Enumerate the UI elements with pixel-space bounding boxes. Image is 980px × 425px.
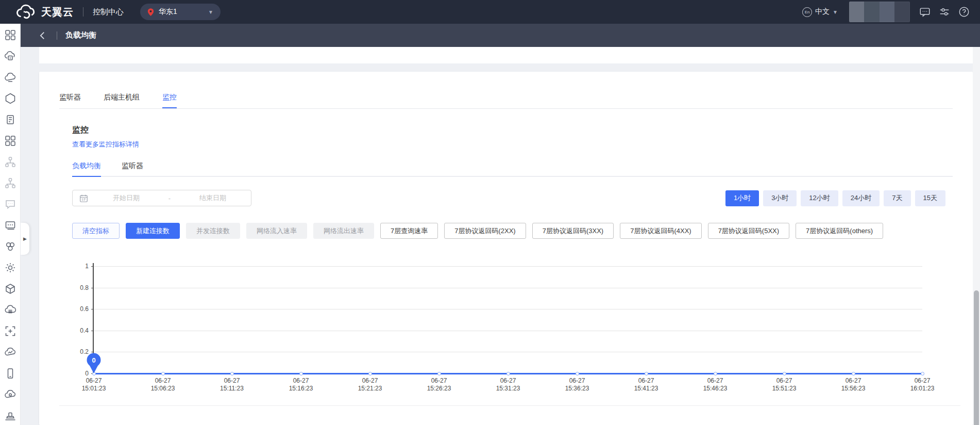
settings-gear-icon[interactable] [4, 261, 16, 274]
subtab-监听器[interactable]: 监听器 [122, 156, 143, 177]
dashboard-icon[interactable] [4, 29, 16, 41]
subheader: 负载均衡 [21, 24, 980, 47]
brand[interactable]: 天翼云 [15, 4, 74, 20]
sidebar-collapse-handle[interactable]: ▶ [21, 223, 29, 255]
cloud-monitor-icon[interactable] [4, 346, 16, 358]
monitor-section-title: 监控 [72, 125, 89, 136]
back-arrow-icon[interactable] [37, 30, 48, 41]
end-date-placeholder: 结束日期 [175, 193, 251, 203]
monitor-subtabs: 负载均衡监听器 [72, 156, 953, 177]
metric-网络流出速率: 网络流出速率 [313, 223, 374, 239]
cube-icon[interactable] [4, 283, 16, 295]
subtab-负载均衡[interactable]: 负载均衡 [72, 156, 101, 177]
language-label: 中文 [815, 7, 830, 17]
time-range-3小时[interactable]: 3小时 [763, 190, 797, 206]
detail-tabs: 监听器后端主机组监控 [59, 87, 953, 109]
hex-cluster-icon[interactable] [4, 240, 16, 253]
chevron-down-icon: ▼ [833, 9, 838, 15]
time-range-12小时[interactable]: 12小时 [801, 190, 838, 206]
metric-网络流入速率: 网络流入速率 [246, 223, 307, 239]
region-selector[interactable]: 华东1 ▼ [140, 4, 221, 20]
time-range-7天[interactable]: 7天 [884, 190, 910, 206]
brand-name: 天翼云 [41, 5, 74, 19]
user-avatar-redacted[interactable] [849, 2, 910, 22]
metric-清空指标[interactable]: 清空指标 [72, 223, 120, 239]
time-range-15天[interactable]: 15天 [915, 190, 945, 206]
cloud-host-icon[interactable] [4, 50, 16, 62]
scan-frame-icon[interactable] [4, 325, 16, 337]
metric-7层查询速率[interactable]: 7层查询速率 [380, 223, 438, 239]
app-root: 天翼云 控制中心 华东1 ▼ En 中文 ▼ [0, 0, 980, 425]
language-selector[interactable]: En 中文 ▼ [802, 7, 838, 17]
metric-7层协议返回码(2XX)[interactable]: 7层协议返回码(2XX) [444, 223, 526, 239]
metric-并发连接数: 并发连接数 [186, 223, 240, 239]
content-top-strip [39, 47, 973, 63]
topbar-divider [83, 7, 83, 17]
start-date-placeholder: 开始日期 [88, 193, 164, 203]
billing-card-icon[interactable] [4, 219, 16, 232]
calendar-icon [79, 194, 88, 203]
preferences-sliders-icon[interactable] [939, 6, 950, 18]
metric-7层协议返回码(5XX)[interactable]: 7层协议返回码(5XX) [708, 223, 789, 239]
org-tree-icon[interactable] [4, 177, 16, 189]
tab-监控[interactable]: 监控 [162, 87, 177, 108]
brand-cloud-logo-icon [15, 4, 36, 20]
topbar: 天翼云 控制中心 华东1 ▼ En 中文 ▼ [0, 0, 980, 24]
chart-controls-row: 开始日期 - 结束日期 1小时3小时12小时24小时7天15天 [72, 190, 945, 206]
time-range-1小时[interactable]: 1小时 [725, 190, 759, 206]
metric-7层协议返回码(3XX)[interactable]: 7层协议返回码(3XX) [532, 223, 614, 239]
container-dock-icon[interactable] [4, 410, 16, 422]
message-icon[interactable] [4, 198, 16, 210]
load-balancer-detail-card: 监听器后端主机组监控 监控 查看更多监控指标详情 负载均衡监听器 开始日期 - … [39, 72, 973, 425]
region-name: 华东1 [159, 7, 208, 17]
chevron-right-icon: ▶ [23, 236, 27, 241]
tab-监听器[interactable]: 监听器 [59, 87, 81, 108]
help-icon[interactable] [958, 6, 970, 18]
date-range-input[interactable]: 开始日期 - 结束日期 [72, 190, 251, 206]
sidebar-nav [0, 24, 21, 425]
location-pin-icon [147, 8, 154, 17]
dedicated-server-icon[interactable] [4, 113, 16, 126]
tab-后端主机组[interactable]: 后端主机组 [104, 87, 140, 108]
console-center-link[interactable]: 控制中心 [93, 7, 124, 17]
section-divider [59, 405, 960, 406]
page-title: 负载均衡 [65, 30, 96, 40]
workflow-icon[interactable] [4, 156, 16, 168]
more-metrics-link[interactable]: 查看更多监控指标详情 [72, 140, 139, 149]
cloud-service-icon[interactable] [4, 71, 16, 84]
app-grid-icon[interactable] [4, 135, 16, 147]
cloud-storage-icon[interactable] [4, 304, 16, 316]
subheader-divider [57, 31, 57, 40]
metric-buttons-row: 清空指标新建连接数并发连接数网络流入速率网络流出速率7层查询速率7层协议返回码(… [72, 223, 883, 239]
scrollbar-track [973, 47, 980, 425]
mobile-device-icon[interactable] [4, 367, 16, 380]
security-shield-icon[interactable] [4, 92, 16, 105]
feedback-message-icon[interactable] [919, 6, 931, 18]
scrollbar-thumb[interactable] [974, 290, 979, 425]
chevron-down-icon: ▼ [208, 9, 213, 15]
time-range-group: 1小时3小时12小时24小时7天15天 [725, 190, 945, 206]
time-range-24小时[interactable]: 24小时 [842, 190, 880, 206]
metric-新建连接数[interactable]: 新建连接数 [126, 223, 180, 239]
language-globe-icon: En [802, 7, 812, 17]
metric-7层协议返回码(4XX)[interactable]: 7层协议返回码(4XX) [620, 223, 701, 239]
metric-7层协议返回码(others)[interactable]: 7层协议返回码(others) [796, 223, 883, 239]
cloud-network-icon[interactable] [4, 388, 16, 401]
topbar-right: En 中文 ▼ [802, 0, 980, 24]
date-separator: - [164, 194, 175, 202]
